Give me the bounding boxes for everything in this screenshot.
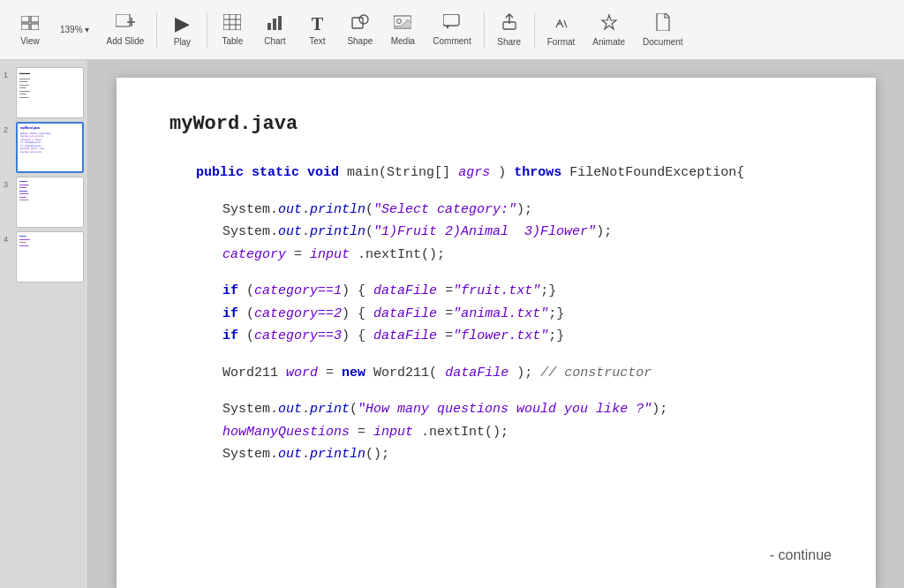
string-2: "1)Fruit 2)Animal 3)Flower" [373,224,596,239]
slide-preview-4: ▬▬▬▬▬ ▬▬▬▬▬▬▬▬ ▬▬▬▬▬ ▬▬▬▬▬▬▬ [16,231,84,283]
toolbar-comment[interactable]: Comment [424,11,479,49]
method-out-3: out [278,402,302,417]
string-flower: "flower.txt" [453,328,548,343]
svg-point-16 [359,15,368,24]
svg-rect-7 [223,14,241,30]
document-label: Document [643,37,683,47]
code-line-11: System.out.println(); [222,443,823,466]
add-slide-icon [116,14,135,34]
toolbar-play[interactable]: ▶ Play [161,9,203,50]
slide-canvas[interactable]: myWord.java public static void main(Stri… [117,78,876,588]
toolbar-text[interactable]: T Text [296,11,338,49]
code-line-9: System.out.print("How many questions wou… [222,398,823,421]
animate-icon [600,13,618,35]
svg-marker-26 [602,15,616,29]
string-1: "Select category:" [373,202,516,217]
view-label: View [20,36,40,46]
toolbar-add-slide[interactable]: Add Slide [98,11,154,49]
toolbar-divider-4 [534,12,535,48]
code-line-4: category = input .nextInt(); [222,244,823,267]
toolbar-chart[interactable]: Chart [253,11,296,49]
play-label: Play [174,37,191,47]
string-fruit: "fruit.txt" [453,283,540,298]
svg-rect-3 [31,24,39,30]
continue-label: - continue [770,547,832,563]
string-animal: "animal.txt" [453,306,548,321]
toolbar-divider-1 [156,12,157,48]
slide-thumb-2[interactable]: 2 myWord.java public static void main Sy… [4,122,84,173]
media-label: Media [391,36,415,46]
slide-preview-3: ▬▬▬▬▬▬ ▬▬▬▬▬▬▬ ▬▬▬▬▬ ▬▬▬▬▬▬ ▬▬▬▬▬▬▬ ▬▬▬▬… [16,177,84,228]
slide-num-2: 2 [4,122,12,134]
keyword-new: new [342,366,365,381]
main-layout: 1 ▬▬▬ ▬▬▬▬▬▬▬▬ ▬▬▬▬▬▬ ▬▬▬▬▬▬▬ ▬▬▬▬▬ ▬▬▬▬… [0,60,904,588]
code-line-7: if (category==3) { dataFile ="flower.txt… [222,325,823,348]
format-label: Format [547,37,576,47]
slide-thumb-3[interactable]: 3 ▬▬▬▬▬▬ ▬▬▬▬▬▬▬ ▬▬▬▬▬ ▬▬▬▬▬▬ ▬▬▬▬▬▬▬ ▬▬… [4,177,84,228]
keyword-if-1: if [222,283,238,298]
svg-rect-12 [267,23,271,30]
toolbar-format[interactable]: Format [539,10,584,50]
method-print: print [310,402,350,417]
svg-rect-14 [278,16,282,30]
var-datafile-3: dataFile [373,328,437,343]
zoom-chevron-icon: ▾ [85,25,89,34]
code-line-8: Word211 word = new Word211( dataFile ); … [222,362,823,385]
table-icon [223,14,241,34]
toolbar-divider-2 [207,12,207,48]
comment-icon [443,14,461,34]
shape-label: Shape [347,36,373,46]
svg-rect-4 [116,14,130,26]
code-line-10: howManyQuestions = input .nextInt(); [222,421,823,444]
method-println-3: println [310,447,365,462]
slide-preview-2: myWord.java public static void main Syst… [16,122,84,173]
keyword-static: static [252,165,299,180]
var-input-2: input [373,425,413,440]
comment-label: Comment [433,36,471,46]
keyword-public: public [196,165,244,180]
var-category: category [222,247,286,262]
share-label: Share [497,37,521,47]
toolbar-animate[interactable]: Animate [584,10,634,50]
animate-label: Animate [592,37,625,47]
svg-rect-1 [31,16,39,22]
var-word: word [286,366,318,381]
toolbar-zoom[interactable]: 139% ▾ Zoom [51,21,98,38]
var-cat-3: category==3 [254,328,342,343]
code-line-1: public static void main(String[] agrs ) … [196,162,823,185]
text-icon: T [312,14,323,34]
toolbar-document[interactable]: Document [634,10,692,50]
var-datafile-1: dataFile [373,283,437,298]
method-println-2: println [310,224,365,239]
toolbar-shape[interactable]: Shape [338,11,381,49]
code-line-2: System.out.println("Select category:"); [222,199,823,222]
chart-label: Chart [264,36,285,46]
svg-rect-20 [443,14,459,26]
toolbar-share[interactable]: Share [488,10,531,50]
slide-num-4: 4 [4,231,12,244]
slide-thumb-4[interactable]: 4 ▬▬▬▬▬ ▬▬▬▬▬▬▬▬ ▬▬▬▬▬ ▬▬▬▬▬▬▬ [4,231,84,283]
toolbar-media[interactable]: Media [381,11,424,49]
slide-thumb-1[interactable]: 1 ▬▬▬ ▬▬▬▬▬▬▬▬ ▬▬▬▬▬▬ ▬▬▬▬▬▬▬ ▬▬▬▬▬ ▬▬▬▬… [4,67,84,118]
method-println-1: println [310,202,365,217]
content-area: myWord.java public static void main(Stri… [88,60,904,588]
method-out: out [278,202,302,217]
chart-icon [266,14,283,34]
svg-rect-2 [21,24,29,30]
slide-filename: myWord.java [170,113,823,135]
var-datafile-ref: dataFile [445,366,508,381]
toolbar-table[interactable]: Table [211,11,253,49]
view-icon [21,14,39,34]
keyword-void: void [307,165,339,180]
svg-rect-0 [21,16,29,22]
code-line-6: if (category==2) { dataFile ="animal.txt… [222,303,823,326]
document-icon [655,13,671,35]
add-slide-label: Add Slide [107,36,145,46]
play-icon: ▶ [175,12,190,35]
format-icon [553,13,570,35]
code-line-3: System.out.println("1)Fruit 2)Animal 3)F… [222,221,823,244]
slide-num-1: 1 [4,67,12,79]
svg-marker-19 [394,19,411,28]
toolbar-view[interactable]: View [9,11,51,49]
slide-num-3: 3 [4,177,12,189]
